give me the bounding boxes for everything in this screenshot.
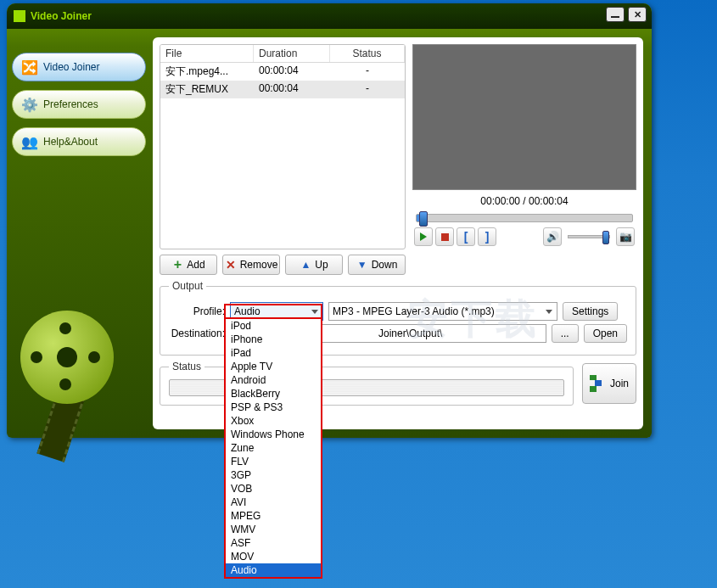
up-button[interactable]: ▲ Up: [285, 255, 343, 275]
table-body: 安下.mpeg4... 00:00:04 - 安下_REMUX 00:00:04…: [160, 63, 405, 249]
down-button[interactable]: ▼ Down: [348, 255, 406, 275]
dropdown-item[interactable]: Android: [226, 373, 321, 387]
dropdown-item[interactable]: 3GP: [226, 468, 321, 482]
dropdown-item[interactable]: Zune: [226, 441, 321, 455]
destination-label: Destination:: [169, 328, 225, 339]
volume-button[interactable]: 🔊: [543, 227, 562, 246]
video-preview[interactable]: [412, 44, 636, 190]
cell-duration: 00:00:04: [254, 63, 330, 81]
open-button[interactable]: Open: [584, 324, 627, 343]
plus-icon: +: [171, 259, 183, 271]
bracket-close-icon: ]: [485, 230, 490, 244]
merge-icon: 🔀: [21, 59, 38, 76]
sidebar-item-label: Preferences: [43, 98, 98, 110]
sidebar: 🔀 Video Joiner ⚙️ Preferences 👥 Help&Abo…: [12, 37, 146, 429]
dropdown-item[interactable]: Audio: [226, 563, 321, 577]
gear-icon: ⚙️: [21, 96, 38, 113]
dropdown-item[interactable]: WMV: [226, 523, 321, 536]
film-reel-decoration: [3, 311, 131, 438]
dropdown-item[interactable]: BlackBerry: [226, 387, 321, 400]
dropdown-item[interactable]: Windows Phone: [226, 428, 321, 441]
col-file[interactable]: File: [160, 45, 254, 62]
seek-bar[interactable]: [412, 212, 636, 224]
volume-slider[interactable]: [568, 235, 610, 238]
dropdown-item[interactable]: Apple TV: [226, 360, 321, 373]
seek-thumb[interactable]: [419, 211, 428, 227]
minimize-button[interactable]: [606, 7, 625, 22]
dropdown-item[interactable]: AVI: [226, 496, 321, 509]
snapshot-button[interactable]: 📷: [616, 227, 635, 246]
dropdown-item[interactable]: FLV: [226, 455, 321, 468]
sidebar-item-label: Video Joiner: [43, 61, 100, 73]
speaker-icon: 🔊: [546, 231, 559, 243]
dropdown-item[interactable]: MPEG: [226, 509, 321, 523]
join-icon: [590, 375, 607, 392]
cell-duration: 00:00:04: [254, 81, 330, 98]
join-button[interactable]: Join: [582, 363, 636, 404]
profile-dropdown[interactable]: iPodiPhoneiPadApple TVAndroidBlackBerryP…: [224, 317, 322, 579]
sidebar-item-preferences[interactable]: ⚙️ Preferences: [12, 90, 146, 119]
sidebar-item-label: Help&About: [43, 136, 98, 148]
people-icon: 👥: [21, 133, 38, 150]
table-row[interactable]: 安下.mpeg4... 00:00:04 -: [160, 63, 405, 81]
arrow-down-icon: ▼: [356, 259, 368, 271]
window-title: Video Joiner: [31, 10, 92, 22]
table-row[interactable]: 安下_REMUX 00:00:04 -: [160, 81, 405, 98]
stop-button[interactable]: [435, 227, 454, 246]
titlebar[interactable]: Video Joiner: [7, 3, 652, 29]
volume-thumb[interactable]: [602, 231, 609, 244]
dropdown-item[interactable]: iPod: [226, 319, 321, 333]
camera-icon: 📷: [619, 231, 632, 243]
dropdown-item[interactable]: VOB: [226, 482, 321, 496]
output-title: Output: [169, 280, 206, 292]
cell-file: 安下.mpeg4...: [160, 63, 254, 81]
app-icon: [14, 10, 25, 22]
add-button[interactable]: + Add: [160, 255, 217, 275]
cell-status: -: [330, 81, 405, 98]
time-display: 00:00:00 / 00:00:04: [412, 190, 636, 212]
profile-label: Profile:: [169, 305, 225, 317]
codec-select[interactable]: MP3 - MPEG Layer-3 Audio (*.mp3): [328, 302, 557, 321]
col-status[interactable]: Status: [330, 45, 405, 62]
settings-button[interactable]: Settings: [563, 302, 618, 321]
sidebar-item-video-joiner[interactable]: 🔀 Video Joiner: [12, 53, 146, 81]
status-title: Status: [169, 361, 204, 372]
cell-file: 安下_REMUX: [160, 81, 254, 98]
arrow-up-icon: ▲: [300, 259, 311, 271]
dropdown-item[interactable]: MOV: [226, 550, 321, 563]
cell-status: -: [330, 63, 405, 81]
sidebar-item-help-about[interactable]: 👥 Help&About: [12, 127, 146, 156]
file-list-table[interactable]: File Duration Status 安下.mpeg4... 00:00:0…: [160, 44, 406, 249]
preview-panel: 00:00:00 / 00:00:04 [ ] 🔊 📷: [412, 44, 636, 249]
dropdown-item[interactable]: ASF: [226, 536, 321, 550]
close-button[interactable]: [628, 7, 647, 22]
status-panel: Status: [160, 361, 574, 406]
dropdown-item[interactable]: iPhone: [226, 333, 321, 346]
stop-icon: [441, 233, 449, 241]
x-icon: ✕: [225, 259, 237, 271]
play-icon: [420, 232, 427, 241]
browse-button[interactable]: ...: [552, 324, 579, 343]
col-duration[interactable]: Duration: [254, 45, 330, 62]
dropdown-item[interactable]: Xbox: [226, 414, 321, 428]
play-button[interactable]: [414, 227, 433, 246]
dropdown-item[interactable]: iPad: [226, 346, 321, 360]
bracket-open-icon: [: [464, 230, 468, 244]
remove-button[interactable]: ✕ Remove: [222, 255, 280, 275]
dropdown-item[interactable]: PSP & PS3: [226, 400, 321, 414]
mark-in-button[interactable]: [: [457, 227, 475, 246]
table-header: File Duration Status: [160, 45, 405, 63]
app-window: Video Joiner 🔀 Video Joiner ⚙️ Preferenc…: [7, 3, 652, 438]
mark-out-button[interactable]: ]: [478, 227, 496, 246]
